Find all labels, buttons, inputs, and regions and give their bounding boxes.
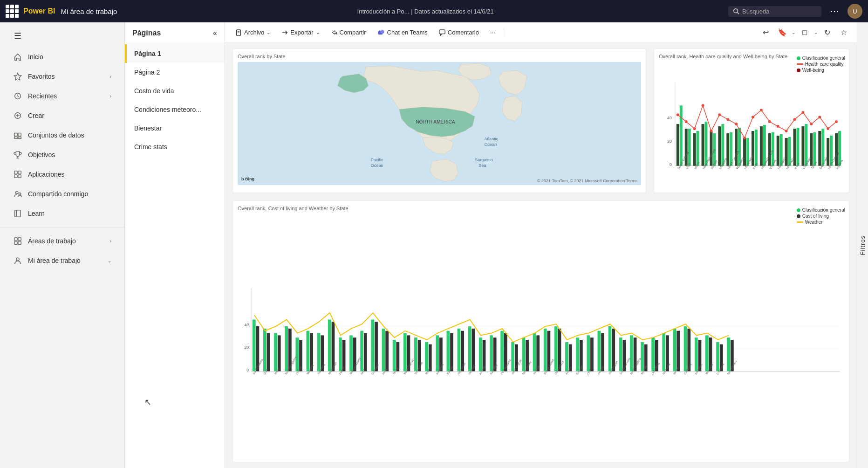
svg-rect-71	[760, 126, 763, 166]
svg-rect-23	[14, 241, 17, 244]
plus-icon	[13, 111, 22, 120]
user-avatar[interactable]: U	[847, 4, 862, 19]
svg-rect-182	[490, 335, 493, 371]
teams-icon	[377, 29, 385, 36]
page-item-crime[interactable]: Crime stats	[125, 138, 225, 156]
svg-rect-165	[396, 342, 399, 372]
comentario-button[interactable]: Comentario	[434, 26, 484, 39]
svg-text:b Bing: b Bing	[241, 177, 254, 181]
page-item-page1[interactable]: Página 1	[125, 44, 225, 63]
svg-point-33	[379, 30, 380, 32]
archivo-button[interactable]: Archivo ⌄	[231, 26, 275, 39]
page-item-costo[interactable]: Costo de vida	[125, 82, 225, 100]
bookmark-chevron: ⌄	[792, 30, 795, 35]
chat-teams-button[interactable]: Chat en Teams	[373, 26, 432, 39]
page-item-page2[interactable]: Página 2	[125, 63, 225, 82]
refresh-button[interactable]: ↻	[820, 25, 834, 40]
sidebar-item-recientes[interactable]: Recientes ›	[4, 87, 121, 105]
apps-grid-icon[interactable]	[6, 5, 19, 18]
svg-text:Sargasso: Sargasso	[475, 158, 493, 162]
layout-button[interactable]: □	[797, 25, 812, 40]
chevron-down-icon: ⌄	[108, 258, 111, 263]
sidebar-item-objetivos[interactable]: Objetivos	[4, 145, 121, 164]
svg-text:40: 40	[244, 323, 249, 327]
svg-rect-7	[14, 133, 17, 136]
share-icon	[331, 29, 337, 36]
svg-rect-166	[403, 333, 407, 372]
more-options-icon[interactable]: ⋯	[826, 6, 843, 17]
svg-rect-218	[684, 326, 687, 371]
more-options-button[interactable]: ···	[485, 26, 500, 39]
undo-button[interactable]: ↩	[758, 25, 773, 40]
powerbi-logo: Power BI	[23, 7, 55, 15]
svg-rect-55	[693, 133, 696, 166]
page-item-condiciones[interactable]: Condiciones meteoro...	[125, 100, 225, 119]
svg-rect-178	[468, 326, 472, 371]
search-box[interactable]: Búsqueda	[728, 6, 821, 17]
svg-point-109	[827, 127, 829, 130]
svg-point-98	[735, 123, 738, 125]
pages-collapse-button[interactable]: «	[213, 29, 217, 37]
sidebar-item-learn[interactable]: Learn	[4, 204, 121, 223]
svg-rect-51	[677, 124, 679, 166]
svg-rect-79	[793, 129, 796, 166]
bookmark-button[interactable]: 🔖	[775, 25, 790, 40]
svg-rect-204	[608, 326, 612, 371]
sidebar-item-mi-area[interactable]: Mi área de trabajo ⌄	[4, 251, 121, 270]
svg-rect-194	[554, 326, 558, 371]
sidebar-item-aplicaciones[interactable]: Aplicaciones	[4, 165, 121, 184]
svg-rect-159	[364, 333, 367, 372]
compartir-label: Compartir	[340, 29, 366, 36]
svg-point-25	[16, 258, 19, 261]
bar1-chart[interactable]: Overall rank, Health care quality and We…	[654, 48, 849, 193]
svg-point-32	[381, 29, 383, 31]
bar2-chart[interactable]: Overall rank, Cost of living and Weather…	[232, 200, 849, 462]
archivo-label: Archivo	[244, 29, 264, 36]
exportar-label: Exportar	[290, 29, 313, 36]
toolbar-right: ↩ 🔖 ⌄ □ ⌄ ↻ ☆	[758, 25, 851, 40]
svg-rect-144	[285, 326, 288, 371]
sidebar-item-conjuntos[interactable]: Conjuntos de datos	[4, 126, 121, 145]
sidebar-item-compartido[interactable]: Compartido conmigo	[4, 185, 121, 203]
chart-area: Overall rank by State	[225, 43, 857, 468]
legend-label: Cost of living	[802, 213, 829, 219]
filtros-panel[interactable]: Filtros	[857, 22, 868, 468]
svg-point-17	[16, 192, 18, 194]
svg-point-106	[801, 111, 804, 114]
shared-icon	[13, 189, 22, 199]
legend-label: Weather	[805, 220, 823, 225]
svg-rect-206	[619, 337, 622, 371]
svg-rect-154	[339, 337, 342, 371]
map-chart[interactable]: Overall rank by State	[232, 48, 646, 193]
sidebar-item-crear[interactable]: Crear	[4, 106, 121, 125]
sidebar-item-areas[interactable]: Áreas de trabajo ›	[4, 232, 121, 250]
sidebar-label-aplicaciones: Aplicaciones	[28, 171, 65, 178]
legend-label: Clasificación general	[802, 55, 845, 61]
svg-point-101	[760, 109, 763, 111]
legend-label: Health care quality	[805, 62, 844, 67]
top-navigation: Power BI Mi área de trabajo Introducción…	[0, 0, 868, 22]
sidebar-item-menu[interactable]: ☰	[4, 27, 121, 45]
svg-rect-89	[835, 133, 838, 166]
chevron-icon: ›	[110, 239, 111, 244]
favorite-button[interactable]: ☆	[836, 25, 851, 40]
map-copyright: © 2021 TomTom, © 2021 Microsoft Corporat…	[537, 179, 637, 183]
exportar-button[interactable]: Exportar ⌄	[277, 26, 324, 39]
compartir-button[interactable]: Compartir	[326, 26, 371, 39]
pages-title: Páginas	[132, 29, 161, 37]
sidebar: ☰ Inicio Favoritos › Recientes ›	[0, 22, 125, 468]
page-item-bienestar[interactable]: Bienestar	[125, 119, 225, 138]
sidebar-item-inicio[interactable]: Inicio	[4, 48, 121, 66]
svg-rect-176	[458, 329, 461, 372]
legend-label: Well-being	[802, 68, 824, 73]
legend-label: Clasificación general	[802, 207, 845, 213]
svg-text:20: 20	[667, 139, 672, 144]
clock-icon	[13, 91, 22, 101]
svg-rect-34	[439, 29, 445, 34]
svg-point-108	[818, 116, 821, 118]
sidebar-item-favoritos[interactable]: Favoritos ›	[4, 67, 121, 86]
svg-point-103	[777, 125, 779, 128]
svg-point-91	[677, 113, 679, 116]
workspaces-icon	[13, 236, 22, 246]
svg-rect-10	[18, 137, 21, 139]
